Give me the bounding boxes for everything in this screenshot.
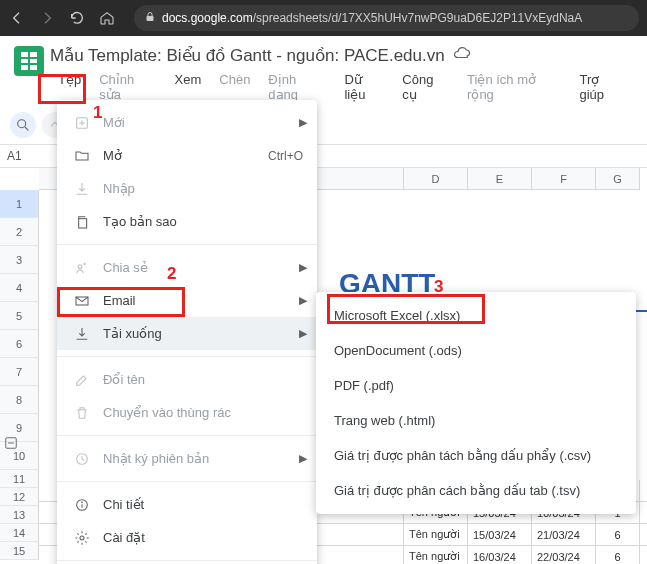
lock-icon bbox=[144, 9, 156, 27]
url-bar[interactable]: docs.google.com/spreadsheets/d/17XX5hUHv… bbox=[134, 5, 639, 31]
file-make-copy[interactable]: Tạo bản sao bbox=[57, 205, 317, 238]
file-trash[interactable]: Chuyển vào thùng rác bbox=[57, 396, 317, 429]
file-open[interactable]: MởCtrl+O bbox=[57, 139, 317, 172]
row-header[interactable]: 8 bbox=[0, 386, 39, 414]
email-icon bbox=[71, 293, 93, 309]
menu-help[interactable]: Trợ giúp bbox=[571, 68, 633, 106]
svg-point-18 bbox=[82, 502, 83, 503]
row-header[interactable]: 14 bbox=[0, 524, 39, 542]
row-header[interactable]: 15 bbox=[0, 542, 39, 560]
row-header[interactable]: 4 bbox=[0, 274, 39, 302]
download-xlsx[interactable]: Microsoft Excel (.xlsx) bbox=[316, 298, 636, 333]
menu-tools[interactable]: Công cụ bbox=[394, 68, 457, 106]
group-toggle-icon[interactable] bbox=[4, 436, 18, 454]
download-icon bbox=[71, 326, 93, 342]
file-details[interactable]: Chi tiết bbox=[57, 488, 317, 521]
col-header[interactable]: F bbox=[532, 168, 596, 190]
forward-button[interactable] bbox=[38, 9, 56, 27]
svg-point-19 bbox=[80, 536, 84, 540]
cloud-saved-icon bbox=[453, 44, 471, 66]
col-header[interactable]: E bbox=[468, 168, 532, 190]
search-menus-button[interactable] bbox=[10, 112, 36, 138]
download-submenu: Microsoft Excel (.xlsx) OpenDocument (.o… bbox=[316, 292, 636, 514]
col-header[interactable]: D bbox=[404, 168, 468, 190]
svg-point-13 bbox=[78, 264, 82, 268]
svg-line-6 bbox=[25, 127, 28, 130]
row-header[interactable]: 2 bbox=[0, 218, 39, 246]
download-tsv[interactable]: Giá trị được phân cách bằng dấu tab (.ts… bbox=[316, 473, 636, 508]
share-icon bbox=[71, 260, 93, 276]
annotation-label-2: 2 bbox=[167, 264, 176, 284]
home-button[interactable] bbox=[98, 9, 116, 27]
row-headers: 1 2 3 4 5 6 7 8 9 10 11 12 13 14 15 bbox=[0, 190, 39, 560]
browser-toolbar: docs.google.com/spreadsheets/d/17XX5hUHv… bbox=[0, 0, 647, 36]
file-settings[interactable]: Cài đặt bbox=[57, 521, 317, 554]
svg-rect-12 bbox=[79, 218, 87, 227]
row-header[interactable]: 3 bbox=[0, 246, 39, 274]
file-email[interactable]: Email▶ bbox=[57, 284, 317, 317]
row-header[interactable]: 7 bbox=[0, 358, 39, 386]
menu-extensions[interactable]: Tiện ích mở rộng bbox=[459, 68, 569, 106]
chevron-right-icon: ▶ bbox=[299, 116, 307, 129]
file-share[interactable]: Chia sẻ▶ bbox=[57, 251, 317, 284]
back-button[interactable] bbox=[8, 9, 26, 27]
svg-point-5 bbox=[18, 120, 26, 128]
folder-icon bbox=[71, 148, 93, 164]
download-ods[interactable]: OpenDocument (.ods) bbox=[316, 333, 636, 368]
annotation-label-3: 3 bbox=[434, 277, 443, 297]
col-header[interactable]: G bbox=[596, 168, 640, 190]
file-import[interactable]: Nhập bbox=[57, 172, 317, 205]
row-header[interactable]: 1 bbox=[0, 190, 39, 218]
import-icon bbox=[71, 181, 93, 197]
copy-icon bbox=[71, 214, 93, 230]
file-rename[interactable]: Đổi tên bbox=[57, 363, 317, 396]
file-download[interactable]: Tải xuống▶ bbox=[57, 317, 317, 350]
row-header[interactable]: 6 bbox=[0, 330, 39, 358]
gear-icon bbox=[71, 530, 93, 546]
file-dropdown: Mới▶ MởCtrl+O Nhập Tạo bản sao Chia sẻ▶ … bbox=[57, 100, 317, 564]
docs-header: Mẫu Template: Biểu đồ Gantt - nguồn: PAC… bbox=[0, 36, 647, 106]
info-icon bbox=[71, 497, 93, 513]
url-text: docs.google.com/spreadsheets/d/17XX5hUHv… bbox=[162, 11, 582, 25]
row-header[interactable]: 13 bbox=[0, 506, 39, 524]
annotation-label-1: 1 bbox=[93, 103, 102, 123]
sheets-logo-icon[interactable] bbox=[14, 46, 44, 76]
row-header[interactable]: 12 bbox=[0, 488, 39, 506]
chevron-right-icon: ▶ bbox=[299, 294, 307, 307]
plus-icon bbox=[71, 115, 93, 131]
cell-reference[interactable]: A1 bbox=[1, 149, 41, 163]
trash-icon bbox=[71, 405, 93, 421]
row-header[interactable]: 11 bbox=[0, 470, 39, 488]
download-html[interactable]: Trang web (.html) bbox=[316, 403, 636, 438]
reload-button[interactable] bbox=[68, 9, 86, 27]
file-history[interactable]: Nhật ký phiên bản▶ bbox=[57, 442, 317, 475]
history-icon bbox=[71, 451, 93, 467]
rename-icon bbox=[71, 372, 93, 388]
download-csv[interactable]: Giá trị được phân tách bằng dấu phẩy (.c… bbox=[316, 438, 636, 473]
chevron-right-icon: ▶ bbox=[299, 327, 307, 340]
menu-data[interactable]: Dữ liệu bbox=[336, 68, 392, 106]
svg-rect-0 bbox=[147, 16, 154, 21]
chevron-right-icon: ▶ bbox=[299, 452, 307, 465]
chevron-right-icon: ▶ bbox=[299, 261, 307, 274]
download-pdf[interactable]: PDF (.pdf) bbox=[316, 368, 636, 403]
row-header[interactable]: 5 bbox=[0, 302, 39, 330]
document-title[interactable]: Mẫu Template: Biểu đồ Gantt - nguồn: PAC… bbox=[50, 45, 445, 66]
